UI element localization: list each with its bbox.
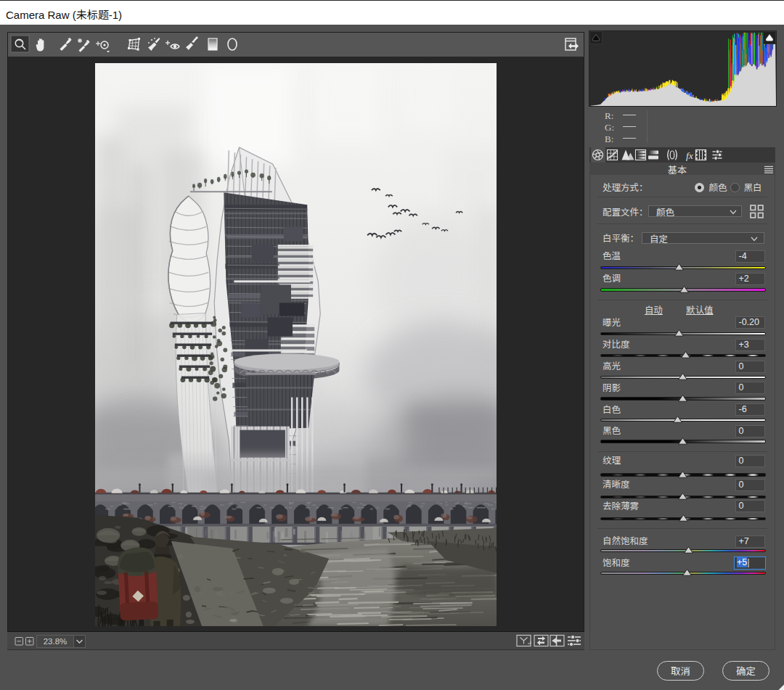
svg-text:23.8%: 23.8% (44, 637, 68, 646)
svg-text:fx: fx (686, 150, 693, 161)
